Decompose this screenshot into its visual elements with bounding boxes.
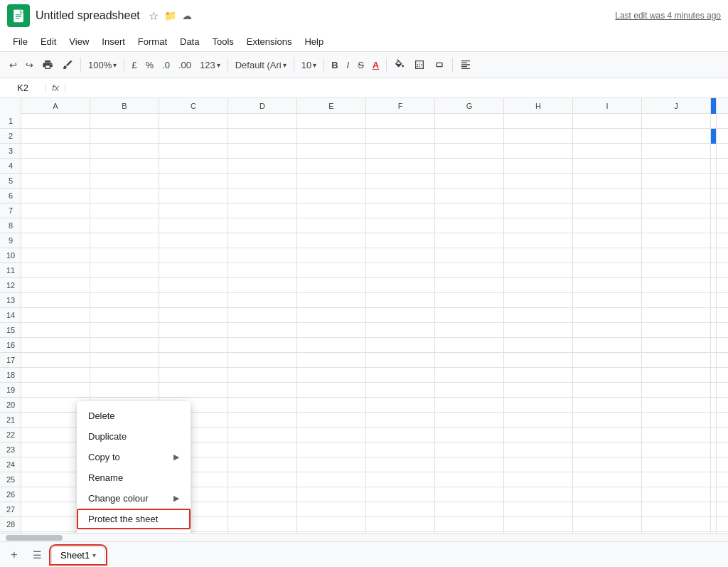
cell-14-1[interactable] — [21, 308, 90, 323]
cell-19-7[interactable] — [435, 383, 504, 398]
cell-15-3[interactable] — [159, 323, 228, 338]
cell-13-3[interactable] — [159, 293, 228, 308]
cell-9-10[interactable] — [642, 233, 711, 248]
cell-15-4[interactable] — [228, 323, 297, 338]
cell-28-7[interactable] — [435, 517, 504, 532]
row-5[interactable]: 5 — [0, 174, 21, 189]
cell-1-4[interactable] — [228, 114, 297, 129]
cell-20-k[interactable] — [711, 398, 717, 413]
cell-15-10[interactable] — [642, 323, 711, 338]
cell-8-2[interactable] — [90, 218, 159, 233]
cell-6-9[interactable] — [573, 189, 642, 203]
cell-12-10[interactable] — [642, 278, 711, 293]
paint-format-button[interactable] — [58, 57, 77, 73]
cell-4-10[interactable] — [642, 159, 711, 174]
cell-16-3[interactable] — [159, 338, 228, 353]
cell-18-2[interactable] — [90, 368, 159, 383]
cell-10-9[interactable] — [573, 248, 642, 263]
cell-9-2[interactable] — [90, 233, 159, 248]
format-type-dropdown[interactable]: 123 ▾ — [196, 58, 224, 73]
cell-3-8[interactable] — [504, 144, 573, 159]
menu-item-insert[interactable]: Insert — [96, 33, 131, 50]
row-21[interactable]: 21 — [0, 413, 21, 428]
cell-17-3[interactable] — [159, 353, 228, 368]
row-12[interactable]: 12 — [0, 278, 21, 293]
cell-17-4[interactable] — [228, 353, 297, 368]
row-20[interactable]: 20 — [0, 398, 21, 413]
cell-16-k[interactable] — [711, 338, 717, 353]
cell-22-7[interactable] — [435, 428, 504, 443]
cell-10-4[interactable] — [228, 248, 297, 263]
cell-1-8[interactable] — [504, 114, 573, 129]
cell-14-k[interactable] — [711, 308, 717, 323]
cell-21-9[interactable] — [573, 413, 642, 428]
formula-input[interactable] — [65, 83, 728, 93]
cell-22-6[interactable] — [366, 428, 435, 443]
cell-3-2[interactable] — [90, 144, 159, 159]
cell-1-10[interactable] — [642, 114, 711, 129]
cell-13-1[interactable] — [21, 293, 90, 308]
row-8[interactable]: 8 — [0, 218, 21, 233]
cell-8-8[interactable] — [504, 218, 573, 233]
row-1[interactable]: 1 — [0, 114, 21, 129]
cell-24-k[interactable] — [711, 457, 717, 472]
cell-25-6[interactable] — [366, 472, 435, 487]
cell-3-3[interactable] — [159, 144, 228, 159]
font-size-dropdown[interactable]: 10 ▾ — [298, 58, 320, 73]
print-button[interactable] — [38, 57, 57, 73]
cell-19-2[interactable] — [90, 383, 159, 398]
cell-3-6[interactable] — [366, 144, 435, 159]
cell-20-5[interactable] — [297, 398, 366, 413]
cell-23-4[interactable] — [228, 443, 297, 457]
cell-1-2[interactable] — [90, 114, 159, 129]
cell-5-k[interactable] — [711, 174, 717, 189]
cell-3-4[interactable] — [228, 144, 297, 159]
cell-15-1[interactable] — [21, 323, 90, 338]
cell-25-5[interactable] — [297, 472, 366, 487]
cell-22-k[interactable] — [711, 428, 717, 443]
cell-4-5[interactable] — [297, 159, 366, 174]
cell-11-2[interactable] — [90, 263, 159, 278]
cell-19-1[interactable] — [21, 383, 90, 398]
cell-11-4[interactable] — [228, 263, 297, 278]
cell-2-10[interactable] — [642, 129, 711, 144]
cell-6-3[interactable] — [159, 189, 228, 203]
cell-23-7[interactable] — [435, 443, 504, 457]
cell-24-9[interactable] — [573, 457, 642, 472]
cell-23-5[interactable] — [297, 443, 366, 457]
cell-18-9[interactable] — [573, 368, 642, 383]
cell-8-k[interactable] — [711, 218, 717, 233]
cell-25-4[interactable] — [228, 472, 297, 487]
cell-5-8[interactable] — [504, 174, 573, 189]
cell-5-1[interactable] — [21, 174, 90, 189]
ctx-item-copy-to[interactable]: Copy to▶ — [77, 447, 191, 467]
menu-item-help[interactable]: Help — [299, 33, 329, 50]
cell-18-8[interactable] — [504, 368, 573, 383]
cell-25-10[interactable] — [642, 472, 711, 487]
cell-11-k[interactable] — [711, 263, 717, 278]
cell-11-5[interactable] — [297, 263, 366, 278]
cell-28-9[interactable] — [573, 517, 642, 532]
cell-24-7[interactable] — [435, 457, 504, 472]
cell-20-4[interactable] — [228, 398, 297, 413]
menu-item-tools[interactable]: Tools — [206, 33, 239, 50]
cell-29-k[interactable] — [711, 532, 717, 533]
row-25[interactable]: 25 — [0, 472, 21, 487]
cell-7-3[interactable] — [159, 203, 228, 218]
cell-26-7[interactable] — [435, 487, 504, 502]
cell-2-6[interactable] — [366, 129, 435, 144]
cell-27-k[interactable] — [711, 502, 717, 517]
cell-17-7[interactable] — [435, 353, 504, 368]
cell-9-1[interactable] — [21, 233, 90, 248]
decimal2-button[interactable]: .00 — [175, 58, 195, 73]
col-E[interactable]: E — [297, 98, 366, 114]
cell-21-8[interactable] — [504, 413, 573, 428]
cell-9-8[interactable] — [504, 233, 573, 248]
cell-29-7[interactable] — [435, 532, 504, 533]
cell-15-2[interactable] — [90, 323, 159, 338]
cell-19-6[interactable] — [366, 383, 435, 398]
cell-14-3[interactable] — [159, 308, 228, 323]
cell-8-5[interactable] — [297, 218, 366, 233]
menu-item-data[interactable]: Data — [174, 33, 205, 50]
row-26[interactable]: 26 — [0, 487, 21, 502]
